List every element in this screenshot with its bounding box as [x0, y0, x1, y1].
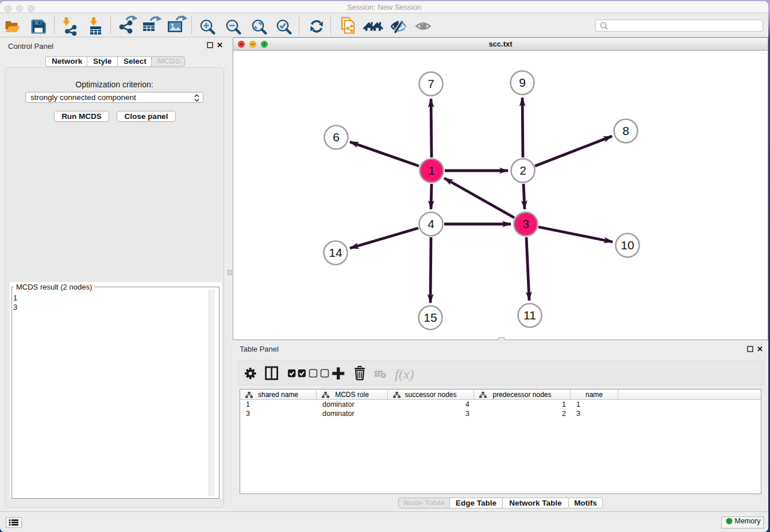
svg-text:1: 1 [428, 164, 435, 177]
svg-text:6: 6 [333, 130, 340, 144]
svg-text:15: 15 [424, 311, 437, 324]
svg-text:14: 14 [329, 246, 342, 259]
svg-text:f(x): f(x) [395, 367, 414, 381]
svg-text:7: 7 [428, 77, 434, 90]
svg-text:8: 8 [622, 124, 629, 137]
svg-text:4: 4 [428, 217, 434, 230]
svg-text:3: 3 [522, 217, 529, 230]
svg-text:9: 9 [519, 76, 526, 89]
svg-text:2: 2 [519, 164, 526, 177]
svg-text:11: 11 [523, 309, 536, 322]
svg-text:10: 10 [621, 238, 634, 252]
